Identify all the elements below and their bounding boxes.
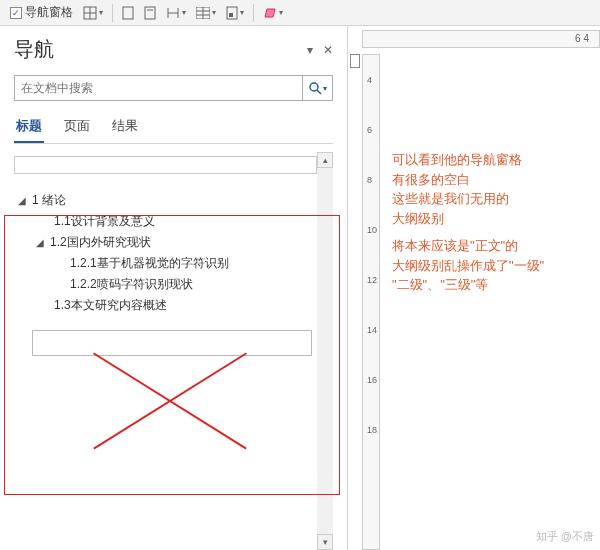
tab-headings[interactable]: 标题 xyxy=(14,113,44,143)
nav-title: 导航 xyxy=(14,36,54,63)
outline-item[interactable]: 1.3本文研究内容概述 xyxy=(14,295,317,316)
svg-rect-3 xyxy=(123,7,133,19)
svg-rect-14 xyxy=(229,13,233,17)
ruler-tick: 4 xyxy=(363,75,379,85)
ruler-tick: 6 xyxy=(363,125,379,135)
nav-tabs: 标题 页面 结果 xyxy=(14,113,333,144)
collapse-icon: ◢ xyxy=(36,237,46,248)
svg-line-17 xyxy=(317,90,321,94)
scroll-track[interactable] xyxy=(317,168,333,534)
table-icon xyxy=(196,7,210,19)
page-icon xyxy=(122,6,134,20)
outline-item[interactable]: 1.1设计背景及意义 xyxy=(14,211,317,232)
ruler-tick: 16 xyxy=(363,375,379,385)
horizontal-ruler[interactable]: 6 4 xyxy=(362,30,600,48)
chevron-down-icon: ▾ xyxy=(99,8,103,17)
nav-close-button[interactable]: ✕ xyxy=(323,43,333,57)
ruler-tick: 18 xyxy=(363,425,379,435)
search-box: ▾ xyxy=(14,75,333,101)
ruler-tick: 8 xyxy=(363,175,379,185)
ruler-mark: 6 4 xyxy=(575,33,589,44)
chevron-down-icon: ▾ xyxy=(240,8,244,17)
watermark: 知乎 @不唐 xyxy=(536,529,594,544)
outline-blank-row[interactable] xyxy=(14,156,317,174)
tab-results[interactable]: 结果 xyxy=(110,113,140,143)
chevron-down-icon: ▾ xyxy=(182,8,186,17)
table-button[interactable]: ▾ xyxy=(192,3,220,23)
ruler-tick: 10 xyxy=(363,225,379,235)
outline-item[interactable]: ◢1 绪论 xyxy=(14,190,317,211)
outline-tree: ◢1 绪论 1.1设计背景及意义 ◢1.2国内外研究现状 1.2.1基于机器视觉… xyxy=(14,152,333,360)
position-icon xyxy=(226,6,238,20)
chevron-down-icon: ▾ xyxy=(212,8,216,17)
vertical-ruler[interactable]: 4 6 8 10 12 14 16 18 xyxy=(362,54,380,550)
search-input[interactable] xyxy=(15,76,302,100)
svg-point-16 xyxy=(310,83,318,91)
outline-item[interactable]: 1.2.2喷码字符识别现状 xyxy=(14,274,317,295)
nav-pane-toggle[interactable]: 导航窗格 xyxy=(6,3,77,23)
svg-marker-15 xyxy=(265,9,275,17)
position-button[interactable]: ▾ xyxy=(222,3,248,23)
checkbox-icon xyxy=(10,7,22,19)
separator xyxy=(253,4,254,22)
nav-header: 导航 ▾ ✕ xyxy=(14,36,333,63)
nav-dropdown-button[interactable]: ▾ xyxy=(307,43,313,57)
ruler-tick: 12 xyxy=(363,275,379,285)
page-button[interactable] xyxy=(118,3,138,23)
collapse-icon: ◢ xyxy=(18,195,28,206)
tab-pages[interactable]: 页面 xyxy=(62,113,92,143)
break-icon xyxy=(166,6,180,20)
separator xyxy=(112,4,113,22)
svg-rect-4 xyxy=(145,7,155,19)
scroll-up-icon[interactable]: ▴ xyxy=(317,152,333,168)
gridlines-button[interactable]: ▾ xyxy=(79,3,107,23)
outline-scrollbar[interactable]: ▴ ▾ xyxy=(317,152,333,550)
page2-button[interactable] xyxy=(140,3,160,23)
search-button[interactable]: ▾ xyxy=(302,76,332,100)
break-button[interactable]: ▾ xyxy=(162,3,190,23)
ruler-tick: 14 xyxy=(363,325,379,335)
chevron-down-icon: ▾ xyxy=(323,84,327,93)
outline-blank-block[interactable] xyxy=(32,330,312,356)
grid-icon xyxy=(83,6,97,20)
outline-item[interactable]: ◢1.2国内外研究现状 xyxy=(14,232,317,253)
tab-selector[interactable] xyxy=(350,54,360,68)
nav-pane-label: 导航窗格 xyxy=(25,4,73,21)
outline-item[interactable]: 1.2.1基于机器视觉的字符识别 xyxy=(14,253,317,274)
toolbar: 导航窗格 ▾ ▾ ▾ ▾ ▾ xyxy=(0,0,600,26)
scroll-down-icon[interactable]: ▾ xyxy=(317,534,333,550)
eraser-button[interactable]: ▾ xyxy=(259,3,287,23)
navigation-pane: 导航 ▾ ✕ ▾ 标题 页面 结果 ◢1 绪论 xyxy=(0,26,348,550)
chevron-down-icon: ▾ xyxy=(279,8,283,17)
annotation-text: 可以看到他的导航窗格有很多的空白这些就是我们无用的大纲级别 将本来应该是"正文"… xyxy=(392,150,544,303)
outline-wrap: ◢1 绪论 1.1设计背景及意义 ◢1.2国内外研究现状 1.2.1基于机器视觉… xyxy=(14,152,333,550)
search-icon xyxy=(308,81,322,95)
eraser-icon xyxy=(263,7,277,19)
page-icon xyxy=(144,6,156,20)
search-row: ▾ xyxy=(14,75,333,101)
